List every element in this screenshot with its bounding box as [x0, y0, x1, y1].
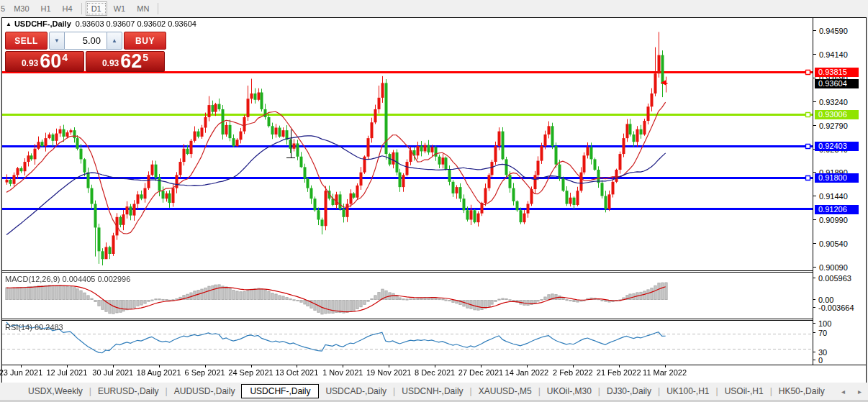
chart-window: 0.945900.941400.936900.932400.927900.923…	[1, 17, 867, 383]
toolbar-separator	[158, 3, 158, 14]
timeframe-m30[interactable]: M30	[9, 2, 34, 15]
timeframe-w1[interactable]: W1	[109, 2, 131, 15]
indicator-axis-label: -0.003664	[813, 303, 868, 312]
macd-values: 0.004405 0.002996	[62, 275, 130, 283]
scroll-tabs-right-icon[interactable]: ▸	[851, 388, 868, 396]
collapse-trade-panel-icon[interactable]: ▲	[6, 21, 12, 27]
axis-tick	[813, 267, 816, 268]
ohlc-quotes: 0.93603 0.93607 0.93602 0.93604	[76, 19, 196, 28]
chevron-down-icon: ▼	[54, 37, 60, 44]
sell-price-point: 4	[62, 52, 68, 63]
date-tick	[67, 365, 68, 367]
axis-tick	[813, 30, 816, 31]
chevron-up-icon: ▲	[112, 37, 117, 44]
chart-title: ▲USDCHF-,Daily0.93603 0.93607 0.93602 0.…	[6, 19, 196, 29]
axis-tick	[813, 307, 815, 308]
price-axis-label: 0.94590	[813, 27, 868, 35]
price-axis-label: 0.93240	[813, 98, 868, 106]
timeframe-mn[interactable]: MN	[132, 2, 154, 15]
date-tick	[205, 365, 206, 367]
date-axis-label: 27 Dec 2021	[458, 368, 503, 377]
date-axis-label: 11 Mar 2022	[643, 368, 687, 377]
date-tick	[665, 365, 666, 367]
date-axis: 23 Jun 202112 Jul 202130 Jul 202118 Aug …	[2, 365, 866, 383]
price-line-marker: 0.92403	[815, 142, 859, 151]
sell-button[interactable]: SELL	[5, 32, 48, 50]
price-line-marker: 0.93604	[815, 79, 859, 88]
chart-tab-xauusd-m5[interactable]: XAUUSD-,M5	[472, 384, 538, 398]
chart-tab-usdchf-daily[interactable]: USDCHF-,Daily	[241, 384, 319, 398]
chart-tab-dj30-daily[interactable]: DJ30-,Daily	[600, 384, 658, 398]
date-tick	[343, 365, 343, 367]
rsi-value: 60.2483	[35, 323, 63, 332]
date-tick	[389, 365, 389, 367]
price-line-marker: 0.93815	[815, 68, 859, 77]
timeframe-h4[interactable]: H4	[58, 2, 78, 15]
date-axis-label: 1 Nov 2021	[322, 368, 363, 377]
date-axis-label: 23 Jun 2021	[0, 368, 42, 377]
price-line-marker: 0.91800	[815, 173, 859, 183]
axis-tick	[813, 352, 815, 352]
indicator-axis-label: 0	[813, 356, 868, 365]
axis-tick	[813, 278, 815, 278]
axis-tick	[813, 332, 815, 333]
price-axis-label: 0.94140	[813, 50, 868, 59]
price-axis-label: 0.91440	[813, 192, 868, 201]
price-axis-label: 0.90990	[813, 216, 868, 224]
chart-tab-usoil-h1[interactable]: USOil-,H1	[718, 384, 770, 398]
date-tick	[251, 365, 252, 367]
sell-price-prefix: 0.93	[22, 58, 38, 68]
price-axis-label: 0.90540	[813, 239, 868, 248]
panel-splitter[interactable]	[2, 270, 866, 273]
date-axis-label: 6 Sep 2021	[184, 368, 225, 377]
timeframe-h1[interactable]: H1	[36, 2, 56, 15]
date-axis-label: 2 Feb 2022	[553, 368, 593, 377]
chart-tab-hk50-daily[interactable]: HK50-,Daily	[772, 384, 831, 398]
rsi-indicator-canvas[interactable]	[2, 321, 813, 365]
date-axis-label: 24 Sep 2021	[228, 368, 273, 377]
chart-tab-usdx-weekly[interactable]: USDX,Weekly	[22, 384, 89, 398]
axis-tick	[813, 196, 816, 196]
timeframe-toolbar: 5M30H1H4D1W1MN	[0, 0, 868, 17]
timeframe-d1[interactable]: D1	[86, 1, 107, 16]
timeframe-5[interactable]: 5	[1, 2, 7, 15]
symbol-period-label: USDCHF-,Daily	[14, 19, 71, 28]
axis-tick	[813, 243, 816, 244]
price-axis-label: 0.92790	[813, 122, 868, 130]
rsi-name: RSI(14)	[5, 323, 32, 332]
date-axis-label: 13 Oct 2021	[275, 368, 318, 377]
buy-price-display[interactable]: 0.93625	[86, 51, 165, 72]
axis-tick	[813, 54, 816, 55]
date-tick	[159, 365, 160, 367]
chart-tab-audusd-daily[interactable]: AUDUSD-,Daily	[168, 384, 242, 398]
chart-tab-ukoil-m30[interactable]: UKOil-,M30	[541, 384, 598, 398]
scroll-tabs-left-icon[interactable]: ◂	[835, 388, 851, 396]
date-tick	[619, 365, 620, 367]
mt4-terminal: { "toolbar": { "timeframes": [ {"label":…	[0, 0, 868, 402]
buy-button[interactable]: BUY	[124, 32, 166, 50]
date-axis-label: 18 Aug 2021	[137, 368, 181, 377]
date-tick	[113, 365, 114, 367]
date-tick	[481, 365, 482, 367]
date-axis-label: 12 Jul 2021	[46, 368, 87, 377]
date-axis-label: 14 Jan 2022	[505, 368, 549, 377]
volume-decrease-button[interactable]: ▼	[49, 32, 65, 50]
price-line-marker: 0.93006	[815, 110, 859, 119]
buy-price-point: 5	[143, 52, 148, 63]
sell-price-display[interactable]: 0.93604	[5, 51, 84, 72]
chart-tab-usdcad-daily[interactable]: USDCAD-,Daily	[319, 384, 393, 398]
chart-tab-usdcnh-daily[interactable]: USDCNH-,Daily	[395, 384, 469, 398]
one-click-trade-panel: SELL ▼ 5.00 ▲ BUY 0.93604 0.93625	[5, 32, 166, 72]
toolbar-separator	[81, 3, 82, 14]
chart-tab-uk100-h1[interactable]: UK100-,H1	[660, 384, 715, 398]
axis-tick	[813, 125, 816, 126]
axis-tick	[813, 172, 816, 173]
buy-price-prefix: 0.93	[102, 58, 119, 68]
date-tick	[297, 365, 297, 367]
panel-splitter[interactable]	[2, 319, 866, 321]
volume-increase-button[interactable]: ▲	[107, 32, 122, 50]
axis-tick	[813, 360, 815, 360]
volume-input[interactable]: 5.00	[65, 32, 107, 50]
date-tick	[435, 365, 435, 367]
chart-tab-eurusd-daily[interactable]: EURUSD-,Daily	[91, 384, 166, 398]
